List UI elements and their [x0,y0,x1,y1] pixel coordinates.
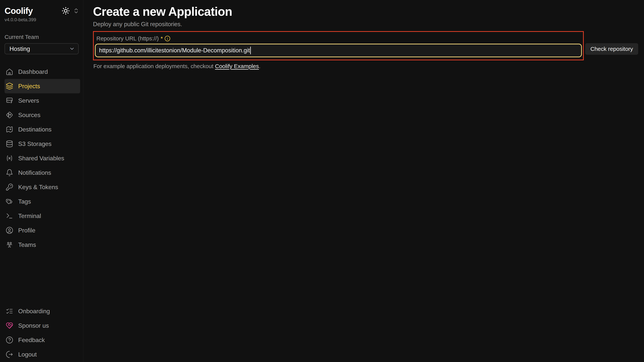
git-source-icon [6,111,13,119]
sidebar-item-keys-tokens[interactable]: Keys & Tokens [4,180,80,194]
team-select-value: Hosting [10,45,30,52]
terminal-icon [6,212,13,220]
sidebar-item-shared-variables[interactable]: Shared Variables [4,151,80,165]
sidebar-item-notifications[interactable]: Notifications [4,165,80,180]
repository-url-input[interactable]: https://github.com/illicitestonion/Modul… [95,44,582,57]
current-team-label: Current Team [4,34,83,40]
page-title: Create a new Application [93,5,634,18]
chevron-down-icon [69,46,75,52]
help-circle-icon [6,336,13,344]
server-icon [6,97,13,104]
logo-row: Coolify [4,7,79,15]
theme-toggle-button[interactable] [62,7,70,15]
sidebar-item-terminal[interactable]: Terminal [4,209,80,223]
required-asterisk: * [160,35,163,42]
list-checks-icon [6,307,13,315]
sidebar-item-sources[interactable]: Sources [4,108,80,122]
sidebar-item-profile[interactable]: Profile [4,223,80,238]
repository-form-row: Repository URL (https://) * https://gith… [93,31,634,60]
coolify-app: { "app": { "name": "Coolify", "version":… [0,0,644,362]
app-logo: Coolify [4,7,33,15]
chevrons-up-down-icon [73,8,79,14]
users-icon [6,241,13,249]
repository-url-label-row: Repository URL (https://) * [96,35,583,42]
sidebar-item-sponsor-us[interactable]: Sponsor us [4,318,80,333]
home-icon [6,68,13,76]
sidebar-item-projects[interactable]: Projects [4,79,80,93]
database-icon [6,140,13,148]
check-repository-button[interactable]: Check repository [585,43,638,55]
app-version: v4.0.0-beta.399 [4,17,83,22]
sidebar-item-teams[interactable]: Teams [4,238,80,252]
version-switcher-button[interactable] [73,8,79,14]
sidebar-item-tags[interactable]: Tags [4,194,80,209]
sidebar-item-s3-storages[interactable]: S3 Storages [4,137,80,151]
sidebar-item-servers[interactable]: Servers [4,93,80,108]
sidebar-item-destinations[interactable]: Destinations [4,122,80,137]
info-icon[interactable] [164,36,170,42]
sidebar-item-onboarding[interactable]: Onboarding [4,304,80,318]
sidebar-item-dashboard[interactable]: Dashboard [4,65,80,79]
sidebar-item-feedback[interactable]: Feedback [4,333,80,347]
main-content: Create a new Application Deploy any publ… [84,0,644,362]
key-icon [6,183,13,191]
repository-url-label: Repository URL (https://) [96,35,159,42]
bell-icon [6,169,13,176]
page-subtitle: Deploy any public Git repositories. [93,21,634,28]
sidebar: Coolify v4.0.0-beta.399 Current Team Hos… [0,0,83,362]
variable-icon [6,154,13,162]
sidebar-item-logout[interactable]: Logout [4,347,80,361]
sidebar-nav: Dashboard Projects Servers Sources Desti… [4,65,80,252]
layers-icon [6,82,13,90]
heart-handshake-icon [6,322,13,329]
sun-icon [62,7,70,15]
repository-url-value: https://github.com/illicitestonion/Modul… [99,47,250,54]
map-icon [6,126,13,133]
coolify-examples-link[interactable]: Coolify Examples [215,63,259,69]
text-caret [250,47,251,54]
sidebar-bottom-nav: Onboarding Sponsor us Feedback Logout [4,304,80,361]
logout-icon [6,351,13,358]
user-circle-icon [6,227,13,234]
tag-icon [6,198,13,205]
repository-url-error-box: Repository URL (https://) * https://gith… [93,31,584,60]
team-select[interactable]: Hosting [4,43,78,54]
helper-text: For example application deployments, che… [94,63,634,69]
